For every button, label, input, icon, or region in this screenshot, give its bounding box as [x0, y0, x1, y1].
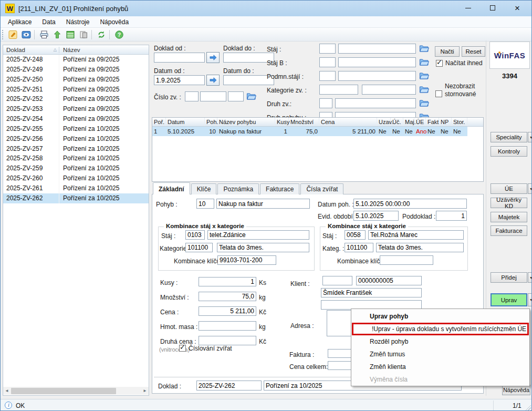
refresh-icon[interactable] [95, 29, 107, 40]
druh-zv-name-input[interactable] [335, 98, 416, 108]
poddoklad-input[interactable] [436, 211, 467, 221]
scrollbar-thumb[interactable] [11, 388, 116, 394]
menu-item-zmen-klienta[interactable]: Změň klienta [351, 361, 529, 373]
kontroly-button[interactable]: Kontroly [491, 146, 527, 157]
list-item[interactable]: 2025-ZV-256Pořízení za 10/2025 [3, 134, 149, 144]
kategorie-zv-code-input[interactable] [319, 85, 358, 95]
copy-datum-button[interactable] [206, 75, 220, 86]
movements-table-header[interactable]: Poř. Datum Poh. Název pohybu Kusy Množst… [152, 118, 483, 127]
staj-left-code-input[interactable] [185, 230, 205, 240]
nacti-button[interactable]: Načti [435, 46, 460, 57]
podmn-staji-name-input[interactable] [338, 71, 416, 81]
column-header-doklad[interactable]: Doklad△ [3, 47, 59, 53]
export-icon[interactable] [51, 29, 63, 40]
staj-b-name-input[interactable] [338, 57, 416, 67]
scroll-left-icon[interactable]: ◄ [3, 387, 11, 395]
list-item[interactable]: 2025-ZV-249Pořízení za 09/2025 [3, 65, 149, 75]
klient-name-input[interactable] [321, 288, 422, 297]
kategorie-right-name-input[interactable] [376, 243, 464, 252]
cislo-zv-input-1[interactable] [185, 91, 199, 101]
doklad-number-input[interactable] [196, 381, 262, 391]
cislovani-zvirat-checkbox[interactable] [179, 345, 186, 352]
mnozstvi-input[interactable] [199, 292, 256, 301]
klient-code-input[interactable] [322, 276, 352, 285]
col-maj[interactable]: Maj. [403, 118, 414, 126]
list-icon[interactable] [64, 29, 76, 40]
minimize-button[interactable] [457, 2, 479, 14]
uprav-button[interactable]: Uprav [491, 293, 527, 306]
tab-cisla-zvirat[interactable]: Čísla zvířat [300, 183, 343, 194]
resize-grip[interactable] [525, 405, 531, 411]
cislo-zv-folder-icon[interactable] [246, 92, 256, 102]
cislo-zv-input-2[interactable] [200, 91, 226, 101]
ue-dropdown-icon[interactable] [528, 183, 532, 194]
nacitat-ihned-checkbox[interactable] [436, 60, 443, 67]
speciality-dropdown-icon[interactable] [528, 132, 532, 142]
list-item[interactable]: 2025-ZV-254Pořízení za 09/2025 [3, 114, 149, 124]
list-item[interactable]: 2025-ZV-259Pořízení za 10/2025 [3, 163, 149, 173]
pridej-dropdown-icon[interactable] [528, 272, 532, 283]
movement-row-selected[interactable]: 1 5.10.2025 10 Nakup na faktur 1 75,0 5 … [152, 127, 467, 136]
col-poh[interactable]: Poh. [205, 118, 217, 126]
tab-fakturace[interactable]: Fakturace [260, 183, 299, 194]
col-mnozstvi[interactable]: Množství [289, 118, 319, 126]
uprav-dropdown-icon[interactable] [528, 293, 532, 306]
col-nazev-pohybu[interactable]: Název pohybu [217, 118, 275, 126]
menu-item-rozdel-pohyb[interactable]: Rozděl pohyb [351, 335, 529, 348]
staj-folder-icon[interactable] [419, 44, 429, 54]
staj-name-input[interactable] [338, 44, 416, 54]
tab-zakladni[interactable]: Základní [153, 182, 190, 194]
kusy-input[interactable] [199, 277, 256, 286]
edit-icon[interactable] [7, 29, 19, 40]
column-header-nazev[interactable]: Název [59, 47, 80, 53]
kombinace-klicu-left-input[interactable] [217, 255, 276, 265]
menu-item-uprav-pohyb[interactable]: Uprav pohyb [351, 310, 529, 323]
staj-left-name-input[interactable] [207, 230, 309, 240]
kategorie-left-name-input[interactable] [217, 243, 309, 252]
staj-right-name-input[interactable] [368, 230, 464, 240]
col-datum[interactable]: Datum [166, 118, 205, 126]
kategorie-left-code-input[interactable] [185, 243, 213, 252]
list-item[interactable]: 2025-ZV-260Pořízení za 10/2025 [3, 173, 149, 183]
col-por[interactable]: Poř. [152, 118, 166, 126]
cislo-zv-input-3[interactable] [228, 91, 244, 101]
doklad-od-input[interactable] [154, 53, 205, 63]
document-list-header[interactable]: Doklad△ Název [3, 45, 149, 55]
list-item[interactable]: 2025-ZV-248Pořízení za 09/2025 [3, 55, 149, 65]
druha-cena-input[interactable] [199, 336, 256, 345]
nezobrazit-stornovane-checkbox[interactable] [435, 90, 442, 97]
druh-zv-code-input[interactable] [319, 98, 332, 108]
help-icon[interactable]: ? [113, 29, 125, 40]
col-uzav[interactable]: Uzav. [377, 118, 391, 126]
maximize-button[interactable] [482, 2, 504, 14]
hmot-masa-input[interactable] [199, 321, 256, 331]
pohyb-name-input[interactable] [216, 199, 310, 209]
list-item[interactable]: 2025-ZV-258Pořízení za 10/2025 [3, 153, 149, 163]
cena-input[interactable] [199, 306, 256, 316]
reset-button[interactable]: Reset [462, 46, 485, 57]
col-cena[interactable]: Cena [319, 118, 377, 126]
speciality-button[interactable]: Speciality [491, 132, 527, 142]
tab-poznamka[interactable]: Poznámka [217, 183, 259, 194]
datum-od-input[interactable] [154, 75, 205, 85]
menu-item-uprav-rusici-zmeny[interactable]: !Uprav - úprava dokladu s vytvořením ruš… [352, 323, 529, 335]
pridej-button[interactable]: Přidej [491, 272, 527, 283]
uzaverky-kd-button[interactable]: Uzávěrky KD [491, 198, 527, 208]
menu-data[interactable]: Data [37, 17, 60, 27]
list-item[interactable]: 2025-ZV-251Pořízení za 09/2025 [3, 85, 149, 95]
majetek-button[interactable]: Majetek [491, 212, 527, 222]
col-stor[interactable]: Stor. [452, 118, 467, 126]
menu-item-zmen-turnus[interactable]: Změň turnus [351, 348, 529, 361]
scroll-right-icon[interactable]: ► [141, 387, 149, 395]
print-icon[interactable] [38, 29, 50, 40]
col-ue[interactable]: ÚE [414, 118, 426, 126]
list-item[interactable]: 2025-ZV-253Pořízení za 09/2025 [3, 104, 149, 114]
tab-klice[interactable]: Klíče [191, 183, 217, 194]
staj-right-code-input[interactable] [345, 230, 366, 240]
col-uc[interactable]: Úč. [391, 118, 403, 126]
menu-aplikace[interactable]: Aplikace [3, 17, 37, 27]
list-item[interactable]: 2025-ZV-250Pořízení za 09/2025 [3, 75, 149, 85]
list-item-selected[interactable]: 2025-ZV-262Pořízení za 10/2025 [3, 193, 149, 203]
view-icon[interactable] [20, 29, 32, 40]
staj-b-code-input[interactable] [319, 57, 336, 67]
